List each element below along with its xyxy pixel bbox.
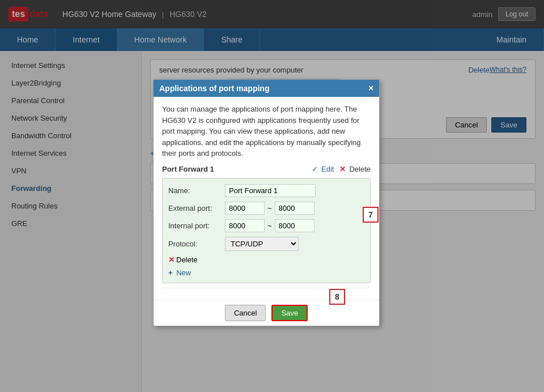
modal-header: Applications of port mapping × (154, 80, 379, 97)
new-label: New (176, 269, 191, 277)
modal-body: You can manage the applications of port … (154, 97, 379, 300)
int-port-to-input[interactable] (275, 219, 314, 232)
int-port-from-input[interactable] (225, 219, 265, 232)
protocol-select[interactable]: TCP/UDP TCP UDP (225, 237, 299, 251)
modal-edit-form: 7 Name: External port: ~ Internal port: (162, 178, 371, 283)
form-row-ext-port: External port: ~ (168, 202, 364, 215)
port-item-name: Port Forward 1 (162, 165, 214, 173)
int-port-label: Internal port: (168, 221, 225, 230)
ext-port-to-input[interactable] (275, 202, 314, 215)
name-input[interactable] (225, 184, 316, 197)
form-row-protocol: Protocol: TCP/UDP TCP UDP (168, 237, 364, 251)
name-label: Name: (168, 186, 225, 195)
step-7-badge: 7 (363, 207, 379, 223)
plus-icon: + (168, 269, 173, 277)
check-icon: ✓ (312, 165, 318, 173)
form-row-name: Name: (168, 184, 364, 197)
modal-port-item: Port Forward 1 ✓ Edit ✕ Delete (162, 165, 371, 288)
ext-port-label: External port: (168, 204, 225, 212)
modal-port-actions: ✓ Edit ✕ Delete (312, 165, 371, 173)
step-8-badge: 8 (329, 289, 345, 305)
x-icon-delete: ✕ (339, 165, 346, 173)
x-icon-form-delete: ✕ (168, 255, 175, 264)
edit-link[interactable]: ✓ Edit (312, 165, 334, 173)
ext-port-sep: ~ (267, 204, 272, 212)
protocol-label: Protocol: (168, 240, 225, 248)
form-delete-link[interactable]: ✕ Delete (168, 255, 364, 264)
modal-close-button[interactable]: × (368, 83, 373, 93)
modal-title: Applications of port mapping (159, 84, 269, 93)
modal-cancel-button[interactable]: Cancel (225, 305, 266, 321)
modal-description: You can manage the applications of port … (162, 104, 371, 159)
form-row-int-port: Internal port: ~ (168, 219, 364, 232)
modal-footer: 8 Cancel Save (154, 300, 379, 326)
port-delete-link[interactable]: ✕ Delete (339, 165, 371, 173)
modal-new-row: + New (168, 269, 364, 277)
port-mapping-modal: Applications of port mapping × You can m… (153, 79, 380, 326)
modal-save-button[interactable]: Save (271, 305, 308, 321)
modal-overlay: Applications of port mapping × You can m… (0, 0, 544, 392)
ext-port-from-input[interactable] (225, 202, 265, 215)
int-port-sep: ~ (267, 221, 272, 230)
modal-port-header: Port Forward 1 ✓ Edit ✕ Delete (162, 165, 371, 173)
new-entry-link[interactable]: + New (168, 269, 191, 277)
modal-form-delete-row: ✕ Delete (168, 255, 364, 264)
